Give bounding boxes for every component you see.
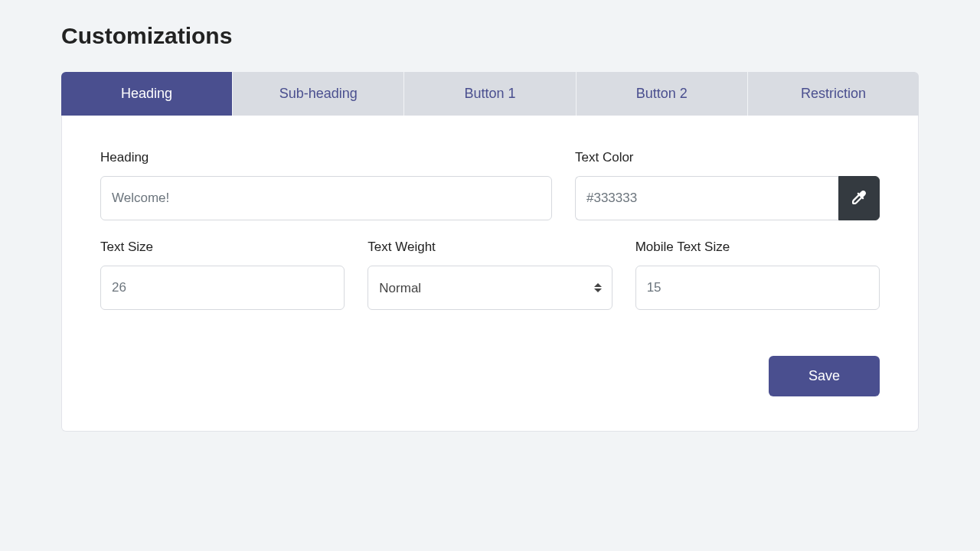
eyedropper-icon (852, 191, 866, 207)
field-mobile-text-size: Mobile Text Size (635, 240, 880, 310)
text-color-label: Text Color (575, 150, 880, 165)
field-text-size: Text Size (100, 240, 345, 310)
text-size-label: Text Size (100, 240, 345, 255)
text-weight-label: Text Weight (368, 240, 612, 255)
color-picker-button[interactable] (838, 176, 880, 220)
save-button[interactable]: Save (769, 356, 880, 396)
page-title: Customizations (61, 23, 919, 49)
heading-input[interactable] (100, 176, 552, 220)
field-heading: Heading (100, 150, 552, 220)
mobile-text-size-label: Mobile Text Size (635, 240, 880, 255)
text-weight-select[interactable]: Normal (368, 266, 612, 310)
mobile-text-size-input[interactable] (635, 266, 880, 310)
tabs: Heading Sub-heading Button 1 Button 2 Re… (61, 72, 919, 116)
field-text-weight: Text Weight Normal (368, 240, 612, 310)
text-color-input[interactable] (575, 176, 838, 220)
tab-panel: Heading Text Color Text Size (61, 116, 919, 432)
customizations-page: Customizations Heading Sub-heading Butto… (0, 0, 980, 432)
field-text-color: Text Color (575, 150, 880, 220)
tab-restriction[interactable]: Restriction (748, 72, 919, 116)
text-size-input[interactable] (100, 266, 345, 310)
tab-button-2[interactable]: Button 2 (577, 72, 748, 116)
tab-sub-heading[interactable]: Sub-heading (233, 72, 404, 116)
actions-row: Save (100, 356, 880, 396)
heading-label: Heading (100, 150, 552, 165)
tab-heading[interactable]: Heading (61, 72, 233, 116)
tab-button-1[interactable]: Button 1 (404, 72, 576, 116)
